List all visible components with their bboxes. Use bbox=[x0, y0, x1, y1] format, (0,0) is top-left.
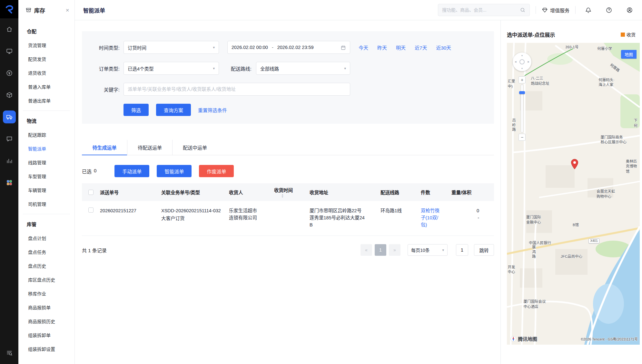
sidebar-item-assembly-settings[interactable]: 组装拆卸设置 bbox=[18, 342, 74, 356]
vas-entry[interactable]: 增值服务 bbox=[542, 7, 569, 14]
smart-dispatch-button[interactable]: 智能派单 bbox=[157, 165, 192, 177]
rail-message-icon[interactable] bbox=[0, 128, 18, 150]
tab-pending-delivery[interactable]: 待配送运单 bbox=[127, 140, 172, 155]
sidebar-item-return-receiving[interactable]: 退货收货 bbox=[18, 66, 74, 80]
sidebar-header: 库存 ✕ bbox=[18, 0, 74, 20]
chevron-down-icon: ▾ bbox=[344, 66, 346, 71]
sidebar-item-count-task[interactable]: 盘点任务 bbox=[18, 245, 74, 259]
query-plan-button[interactable]: 查询方案 bbox=[156, 104, 191, 116]
map-type-button[interactable]: 地图 bbox=[621, 50, 637, 59]
order-type-select[interactable]: 已选4个类型 ▾ bbox=[123, 62, 219, 75]
rail-finance-icon[interactable] bbox=[0, 62, 18, 84]
rail-apps-icon[interactable] bbox=[0, 172, 18, 194]
pan-up-icon[interactable]: ▲ bbox=[521, 54, 523, 56]
pan-down-icon[interactable]: ▼ bbox=[521, 67, 523, 70]
pan-right-icon[interactable]: ▶ bbox=[528, 61, 529, 63]
map-legend: 收货 bbox=[621, 31, 636, 38]
zoom-in-button[interactable]: + bbox=[519, 76, 526, 83]
sidebar-item-route-management[interactable]: 线路管理 bbox=[18, 155, 74, 169]
sidebar-item-delivery-tracking[interactable]: 配送跟踪 bbox=[18, 128, 74, 141]
keyword-label: 关键字: bbox=[94, 86, 120, 93]
manual-dispatch-button[interactable]: 手动派单 bbox=[114, 165, 149, 177]
keyword-input[interactable] bbox=[123, 83, 350, 96]
rail-package-icon[interactable] bbox=[0, 84, 18, 106]
sidebar-nav: 仓配 货流管理 配货发货 退货收货 普通入库单 普通出库单 物流 配送跟踪 智能… bbox=[18, 20, 74, 356]
close-icon[interactable]: ✕ bbox=[65, 8, 69, 13]
global-search[interactable] bbox=[438, 4, 530, 16]
sidebar-item-vehicle-management[interactable]: 车辆管理 bbox=[18, 183, 74, 197]
notification-bell-icon[interactable] bbox=[583, 5, 593, 15]
select-all-checkbox[interactable] bbox=[88, 190, 94, 195]
sidebar-item-damage-history[interactable]: 商品报损历史 bbox=[18, 314, 74, 328]
sidebar-item-driver-management[interactable]: 司机管理 bbox=[18, 197, 74, 211]
cell-address: 厦门市思明区吕岭路22号莲秀里185号必利达大厦24B bbox=[310, 207, 380, 228]
reset-filters-link[interactable]: 重置筛选条件 bbox=[198, 107, 227, 113]
brand-logo[interactable] bbox=[0, 0, 18, 18]
quick-range-today[interactable]: 今天 bbox=[359, 44, 368, 51]
cell-receive-time bbox=[274, 207, 310, 228]
sidebar-item-damage-order[interactable]: 商品报损单 bbox=[18, 300, 74, 314]
rail-logistics-truck-icon[interactable] bbox=[0, 106, 18, 128]
route-select[interactable]: 全部线路 ▾ bbox=[256, 62, 350, 75]
map-pin[interactable] bbox=[571, 159, 578, 171]
sidebar-item-inbound-order[interactable]: 普通入库单 bbox=[18, 80, 74, 93]
rail-analytics-icon[interactable] bbox=[0, 150, 18, 172]
account-icon[interactable] bbox=[625, 5, 634, 15]
cell-biz-type: 大客户订货 bbox=[161, 215, 223, 222]
quick-range-7days[interactable]: 近7天 bbox=[415, 44, 427, 51]
sidebar-item-count-plan[interactable]: 盘点计划 bbox=[18, 231, 74, 245]
page-size-select[interactable]: 每页10条 ▾ bbox=[408, 244, 448, 256]
pan-left-icon[interactable]: ◀ bbox=[515, 61, 516, 63]
map-label: 汇里 中) bbox=[508, 79, 515, 89]
tab-pending-generation[interactable]: 待生成运单 bbox=[82, 140, 127, 155]
sidebar-item-count-history[interactable]: 盘点历史 bbox=[18, 259, 74, 273]
icon-rail bbox=[0, 0, 18, 364]
zoom-slider-handle[interactable] bbox=[519, 91, 525, 94]
sidebar-item-outbound-order[interactable]: 普通出库单 bbox=[18, 93, 74, 107]
tab-in-delivery[interactable]: 配送中运单 bbox=[172, 140, 217, 155]
vas-label: 增值服务 bbox=[550, 7, 569, 14]
help-icon[interactable] bbox=[604, 5, 614, 15]
sidebar-item-picking-shipping[interactable]: 配货发货 bbox=[18, 52, 74, 66]
quantity-detail-link[interactable]: 双枪竹筷子(10双/包) bbox=[421, 207, 441, 228]
sidebar-item-transfer-job[interactable]: 移库作业 bbox=[18, 286, 74, 300]
date-range-picker[interactable]: 2026.02.02 00:00 - 2026.02.02 23:59 bbox=[227, 41, 350, 54]
zoom-slider-track[interactable] bbox=[521, 84, 523, 133]
sidebar-item-cargo-flow[interactable]: 货流管理 bbox=[18, 38, 74, 52]
col-quantity: 件数 bbox=[421, 189, 451, 196]
selected-count: 已选0 bbox=[82, 168, 96, 175]
pan-center-icon[interactable] bbox=[519, 59, 525, 64]
time-type-select[interactable]: 订货时间 ▾ bbox=[123, 41, 219, 54]
page-jump-button[interactable]: 跳转 bbox=[474, 244, 494, 256]
void-dispatch-button[interactable]: 作废派单 bbox=[199, 165, 234, 177]
quick-range-tomorrow[interactable]: 明天 bbox=[396, 44, 406, 51]
divider bbox=[23, 214, 70, 214]
pagination-prev-icon[interactable]: « bbox=[361, 244, 372, 256]
map-canvas[interactable]: ▲ ▼ ◀ ▶ + − 地图 bbox=[507, 43, 640, 345]
rail-search-list-icon[interactable] bbox=[0, 345, 18, 361]
rail-store-icon[interactable] bbox=[0, 40, 18, 62]
batch-action-row: 已选0 手动派单 智能派单 作废派单 bbox=[82, 165, 494, 177]
filter-button[interactable]: 筛选 bbox=[123, 104, 149, 116]
map-label: 何厝小学 bbox=[597, 46, 612, 52]
sidebar-item-smart-dispatch[interactable]: 智能派单 bbox=[18, 141, 74, 155]
zoom-out-button[interactable]: − bbox=[519, 134, 526, 141]
quick-range-30days[interactable]: 近30天 bbox=[436, 44, 451, 51]
search-input[interactable] bbox=[442, 7, 520, 13]
map-pan-control[interactable]: ▲ ▼ ◀ ▶ bbox=[513, 53, 531, 71]
sidebar-item-vehicle-type[interactable]: 车型管理 bbox=[18, 169, 74, 183]
calendar-icon bbox=[341, 45, 346, 50]
col-address: 收货地址 bbox=[310, 189, 380, 196]
map-label: 展鸿路 bbox=[531, 245, 536, 259]
pagination-next-icon[interactable]: » bbox=[389, 244, 400, 256]
sort-control[interactable]: ▲ ▼ bbox=[281, 194, 284, 198]
sidebar-item-zone-count-history[interactable]: 库区盘点历史 bbox=[18, 273, 74, 286]
pagination-current-page[interactable]: 1 bbox=[375, 244, 386, 256]
row-checkbox[interactable] bbox=[88, 207, 94, 213]
page-jump-input[interactable] bbox=[456, 244, 468, 256]
cell-dispatch-no: 20260202151227 bbox=[100, 207, 161, 228]
cell-receiver: 乐家生活超市连锁有限公司 bbox=[229, 207, 274, 228]
sidebar-item-assembly-order[interactable]: 组装拆卸单 bbox=[18, 328, 74, 342]
rail-home-icon[interactable] bbox=[0, 18, 18, 40]
quick-range-yesterday[interactable]: 昨天 bbox=[377, 44, 387, 51]
